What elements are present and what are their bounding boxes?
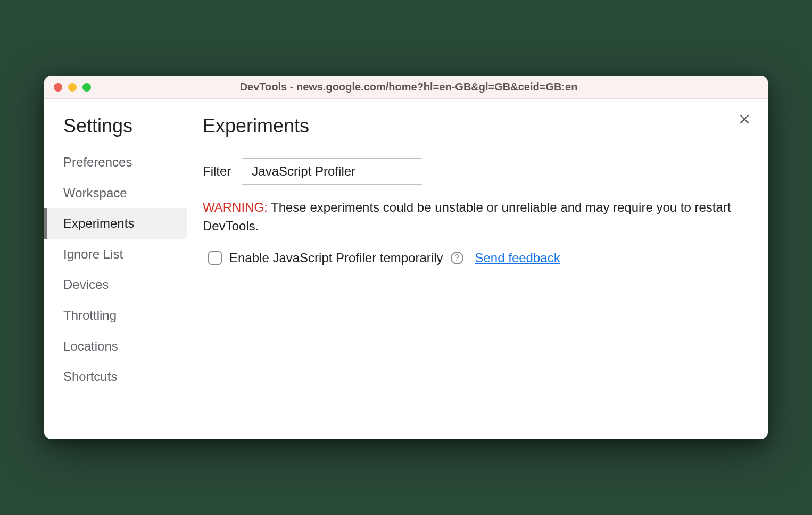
- sidebar-item-workspace[interactable]: Workspace: [44, 178, 187, 209]
- sidebar-item-ignore-list[interactable]: Ignore List: [44, 239, 187, 270]
- experiment-checkbox[interactable]: [208, 251, 222, 265]
- sidebar-item-shortcuts[interactable]: Shortcuts: [44, 361, 187, 392]
- settings-content: Settings Preferences Workspace Experimen…: [44, 99, 768, 439]
- sidebar-item-locations[interactable]: Locations: [44, 331, 187, 362]
- close-window-button[interactable]: [54, 83, 62, 92]
- sidebar-item-preferences[interactable]: Preferences: [44, 147, 187, 178]
- window-title: DevTools - news.google.com/home?hl=en-GB…: [91, 81, 726, 93]
- panel-heading: Experiments: [203, 115, 741, 146]
- devtools-window: DevTools - news.google.com/home?hl=en-GB…: [44, 76, 768, 439]
- close-settings-button[interactable]: [737, 112, 752, 129]
- minimize-window-button[interactable]: [68, 83, 77, 92]
- window-titlebar: DevTools - news.google.com/home?hl=en-GB…: [44, 76, 768, 99]
- filter-input[interactable]: [242, 158, 422, 185]
- close-icon: [737, 112, 752, 127]
- sidebar-item-throttling[interactable]: Throttling: [44, 300, 187, 331]
- sidebar-item-devices[interactable]: Devices: [44, 269, 187, 300]
- warning-body: These experiments could be unstable or u…: [203, 200, 731, 233]
- maximize-window-button[interactable]: [82, 83, 91, 92]
- settings-sidebar: Settings Preferences Workspace Experimen…: [44, 99, 187, 439]
- send-feedback-link[interactable]: Send feedback: [475, 251, 560, 265]
- settings-main-panel: Experiments Filter WARNING: These experi…: [187, 99, 768, 439]
- sidebar-item-experiments[interactable]: Experiments: [44, 208, 187, 239]
- filter-label: Filter: [203, 164, 231, 179]
- traffic-lights: [54, 83, 91, 92]
- experiment-label: Enable JavaScript Profiler temporarily: [229, 251, 443, 265]
- warning-message: WARNING: These experiments could be unst…: [203, 198, 741, 236]
- help-icon[interactable]: ?: [451, 252, 463, 264]
- warning-prefix: WARNING:: [203, 200, 268, 214]
- filter-row: Filter: [203, 158, 741, 185]
- settings-title: Settings: [44, 115, 187, 147]
- experiment-row: Enable JavaScript Profiler temporarily ?…: [203, 251, 741, 265]
